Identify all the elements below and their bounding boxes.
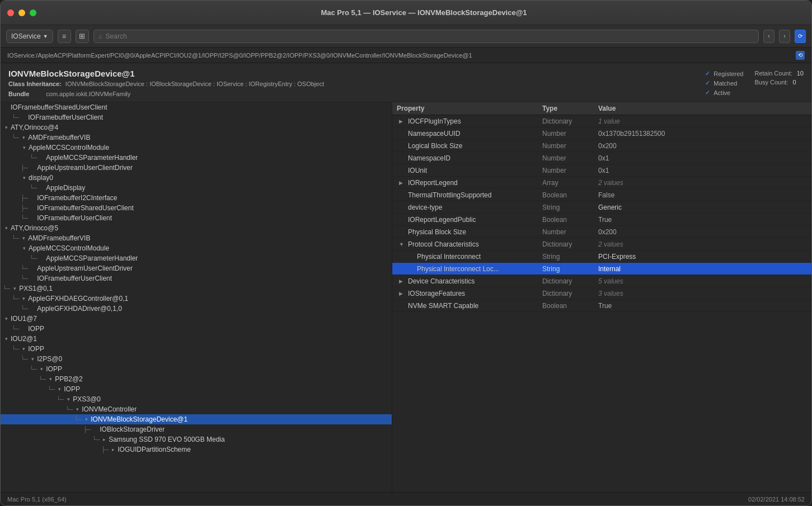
tree-item[interactable]: ▾AppleMCCSControlModule bbox=[1, 243, 392, 253]
property-row[interactable]: NVMe SMART Capable Boolean True bbox=[392, 300, 811, 312]
close-button[interactable] bbox=[7, 10, 14, 16]
property-row[interactable]: Physical Interconnect Loc... String Inte… bbox=[392, 263, 811, 275]
tree-item[interactable]: └─ ▾AMDFramebufferVIB bbox=[1, 133, 392, 143]
property-row[interactable]: ▼ Protocol Characteristics Dictionary 2 … bbox=[392, 238, 811, 250]
tree-item[interactable]: └─ IOFramebufferUserClient bbox=[1, 273, 392, 283]
property-row[interactable]: ▶ IOStorageFeatures Dictionary 3 values bbox=[392, 287, 811, 300]
prop-expand-icon[interactable]: ▶ bbox=[399, 291, 406, 296]
list-view-button[interactable]: ≡ bbox=[58, 30, 71, 43]
tree-expand-icon[interactable]: ▾ bbox=[83, 417, 90, 422]
property-row[interactable]: ThermalThrottlingSupported Boolean False bbox=[392, 189, 811, 201]
tree-item[interactable]: └─ AppleMCCSParameterHandler bbox=[1, 253, 392, 263]
tree-item[interactable]: └─ AppleMCCSParameterHandler bbox=[1, 153, 392, 163]
tree-item[interactable]: ▾IOU1@7 bbox=[1, 314, 392, 324]
nav-back-button[interactable]: ‹ bbox=[763, 30, 775, 43]
tree-item[interactable]: ├─ IOFramebufferI2CInterface bbox=[1, 193, 392, 203]
tree-expand-icon[interactable]: ▾ bbox=[3, 316, 10, 321]
prop-expand-icon[interactable]: ▶ bbox=[399, 278, 406, 284]
tree-expand-icon[interactable]: ▾ bbox=[47, 376, 54, 382]
tree-item[interactable]: ├─ ▸IOGUIDPartitionScheme bbox=[1, 444, 392, 455]
prop-value-cell: PCI-Express bbox=[598, 253, 807, 261]
tree-item[interactable]: └─ AppleGFXHDADriver@0,1,0 bbox=[1, 304, 392, 314]
tree-connector-icon: └─ bbox=[48, 386, 55, 393]
tree-item[interactable]: ├─ IOBlockStorageDriver bbox=[1, 424, 392, 434]
property-row[interactable]: Physical Interconnect String PCI-Express bbox=[392, 250, 811, 263]
tree-item[interactable]: ▾display0 bbox=[1, 173, 392, 183]
tree-item[interactable]: └─ ▸Samsung SSD 970 EVO 500GB Media bbox=[1, 434, 392, 444]
tree-expand-icon[interactable]: ▾ bbox=[3, 336, 10, 342]
ioservice-dropdown[interactable]: IOService ▼ bbox=[6, 30, 53, 43]
tree-expand-icon[interactable]: ▾ bbox=[20, 135, 27, 140]
tree-item[interactable]: ▾ATY,Orinoco@5 bbox=[1, 223, 392, 233]
tree-item[interactable]: └─ ▾AppleGFXHDAEGController@0,1 bbox=[1, 294, 392, 304]
property-row[interactable]: ▶ IOCFPlugInTypes Dictionary 1 value bbox=[392, 115, 811, 127]
tree-expand-icon[interactable]: ▾ bbox=[11, 286, 18, 291]
property-row[interactable]: device-type String Generic bbox=[392, 201, 811, 214]
tree-expand-icon[interactable]: ▾ bbox=[3, 125, 10, 130]
search-bar: ⌕ bbox=[93, 30, 759, 43]
search-input[interactable] bbox=[106, 32, 754, 40]
tree-item[interactable]: └─ ▾IOPP bbox=[1, 344, 392, 354]
tree-item[interactable]: ▾ATY,Orinoco@4 bbox=[1, 122, 392, 133]
tree-expand-icon[interactable]: ▾ bbox=[38, 366, 45, 372]
tree-item[interactable]: ├─ AppleUpstreamUserClientDriver bbox=[1, 163, 392, 173]
tree-expand-icon[interactable]: ▾ bbox=[21, 245, 27, 251]
tree-item[interactable]: └─ IOFramebufferUserClient bbox=[1, 213, 392, 223]
prop-name-cell: IOUnit bbox=[397, 167, 542, 174]
tree-item[interactable]: └─ ▾IONVMeBlockStorageDevice@1 bbox=[1, 414, 392, 424]
tree-item[interactable]: └─ IOFramebufferUserClient bbox=[1, 112, 392, 122]
tree-expand-icon[interactable]: ▾ bbox=[29, 356, 36, 362]
retain-count-label: Retain Count: bbox=[754, 70, 792, 77]
tree-item[interactable]: └─ IOPP bbox=[1, 324, 392, 334]
tree-item[interactable]: └─ AppleDisplay bbox=[1, 183, 392, 193]
tree-expand-icon[interactable]: ▸ bbox=[101, 437, 107, 442]
tree-item[interactable]: └─ ▾IOPP bbox=[1, 364, 392, 374]
property-row[interactable]: Logical Block Size Number 0x200 bbox=[392, 140, 811, 152]
prop-type-cell: Dictionary bbox=[542, 117, 598, 125]
breadcrumb-action-icon[interactable]: ⟲ bbox=[796, 51, 805, 60]
tree-item[interactable]: └─ ▾I2PS@0 bbox=[1, 354, 392, 364]
minimize-button[interactable] bbox=[18, 10, 25, 16]
property-row[interactable]: IOReportLegendPublic Boolean True bbox=[392, 214, 811, 226]
prop-expand-icon[interactable]: ▼ bbox=[399, 242, 406, 247]
tree-item[interactable]: └─ ▾IOPP bbox=[1, 384, 392, 394]
prop-expand-icon[interactable]: ▶ bbox=[399, 119, 406, 124]
tree-connector-icon: ├─ bbox=[83, 426, 91, 433]
prop-expand-icon[interactable]: ▶ bbox=[399, 180, 406, 186]
tree-item[interactable]: └─ ▾PXS3@0 bbox=[1, 394, 392, 404]
tree-item[interactable]: └─ ▾PPB2@2 bbox=[1, 374, 392, 384]
tree-item[interactable]: ├─ IOFramebufferSharedUserClient bbox=[1, 203, 392, 213]
tree-expand-icon[interactable]: ▾ bbox=[20, 235, 27, 241]
property-row[interactable]: NamespaceUUID Number 0x1370b29151382500 bbox=[392, 127, 811, 140]
tree-expand-icon[interactable]: ▾ bbox=[65, 396, 72, 402]
refresh-button[interactable]: ⟳ bbox=[795, 30, 806, 43]
chevron-right-icon: › bbox=[783, 33, 785, 39]
maximize-button[interactable] bbox=[30, 10, 36, 16]
tree-item[interactable]: └─ ▾AMDFramebufferVIB bbox=[1, 233, 392, 243]
tree-item[interactable]: └─ ▾PXS1@0,1 bbox=[1, 283, 392, 294]
property-row[interactable]: ▶ Device Characteristics Dictionary 5 va… bbox=[392, 275, 811, 287]
prop-name-text: IOStorageFeatures bbox=[408, 290, 465, 297]
tree-connector-icon: └─ bbox=[12, 114, 19, 121]
property-row[interactable]: Physical Block Size Number 0x200 bbox=[392, 226, 811, 238]
tree-container[interactable]: IOFramebufferSharedUserClient└─ IOFrameb… bbox=[1, 102, 392, 492]
tree-expand-icon[interactable]: ▸ bbox=[110, 447, 116, 452]
tree-expand-icon[interactable]: ▾ bbox=[3, 225, 10, 231]
tree-item[interactable]: ▾IOU2@1 bbox=[1, 334, 392, 344]
tree-item[interactable]: ▾AppleMCCSControlModule bbox=[1, 143, 392, 153]
tree-expand-icon[interactable]: ▾ bbox=[21, 145, 27, 150]
tree-expand-icon[interactable]: ▾ bbox=[56, 386, 63, 392]
tree-expand-icon[interactable]: ▾ bbox=[20, 346, 27, 352]
tree-expand-icon[interactable]: ▾ bbox=[20, 296, 27, 301]
tree-connector-icon: └─ bbox=[92, 436, 100, 443]
property-row[interactable]: ▶ IOReportLegend Array 2 values bbox=[392, 177, 811, 189]
tree-item[interactable]: IOFramebufferSharedUserClient bbox=[1, 102, 392, 112]
property-row[interactable]: IOUnit Number 0x1 bbox=[392, 164, 811, 177]
tree-item[interactable]: └─ ▾IONVMeController bbox=[1, 404, 392, 414]
tree-expand-icon[interactable]: ▾ bbox=[21, 175, 27, 181]
tree-item[interactable]: └─ AppleUpstreamUserClientDriver bbox=[1, 263, 392, 273]
nav-forward-button[interactable]: › bbox=[779, 30, 790, 43]
grid-view-button[interactable]: ⊞ bbox=[76, 30, 89, 43]
property-row[interactable]: NamespaceID Number 0x1 bbox=[392, 152, 811, 164]
tree-expand-icon[interactable]: ▾ bbox=[74, 406, 81, 412]
